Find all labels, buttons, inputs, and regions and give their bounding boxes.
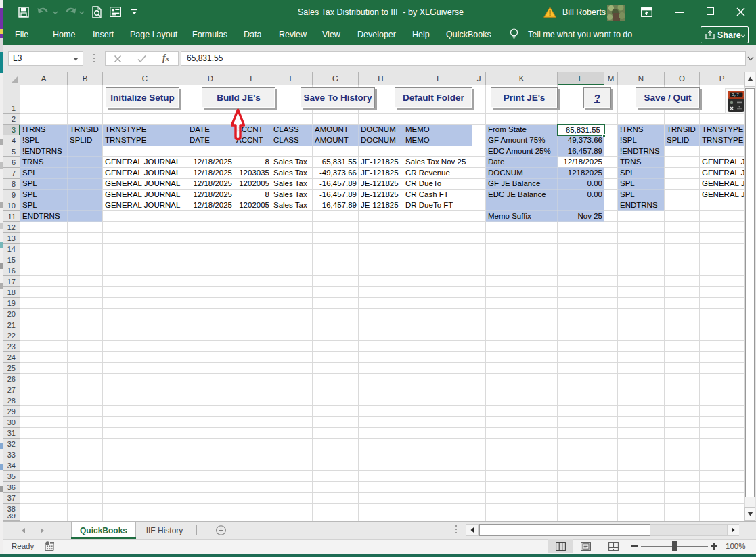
svg-text:3,7: 3,7 xyxy=(732,93,739,97)
